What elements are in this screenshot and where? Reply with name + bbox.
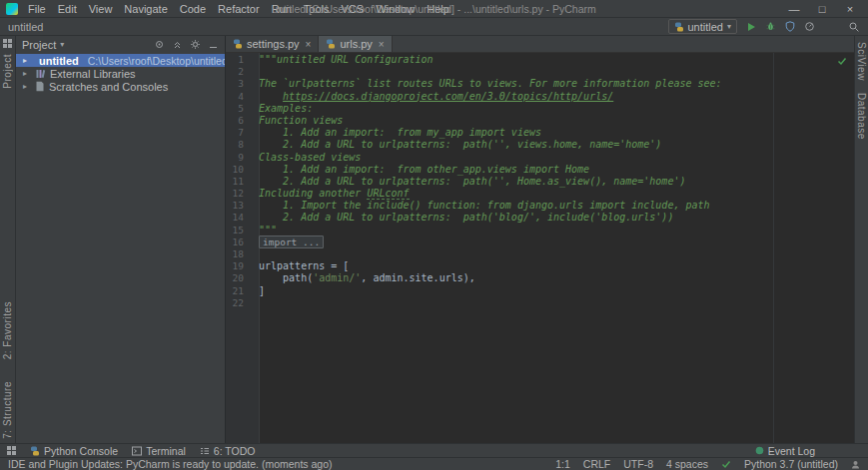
line-number[interactable]: 2 <box>226 66 252 78</box>
code-line-10[interactable]: 10 1. Add an import: from other_app.view… <box>226 164 854 176</box>
stripe-sciview[interactable]: SciView <box>856 42 867 81</box>
line-number[interactable]: 3 <box>226 78 252 90</box>
tool-todo[interactable]: 6: TODO <box>200 445 256 457</box>
code-line-16[interactable]: 16import ... <box>226 236 854 248</box>
code-text <box>252 248 259 260</box>
chevron-right-icon[interactable]: ▸ <box>23 56 31 65</box>
hide-panel-button[interactable] <box>208 39 219 50</box>
tab-settings-py[interactable]: settings.py × <box>226 36 319 52</box>
run-button[interactable] <box>746 22 756 32</box>
code-line-18[interactable]: 18 <box>226 248 854 260</box>
line-number[interactable]: 21 <box>226 285 252 297</box>
project-tree: ▸ untitled C:\Users\roof\Desktop\untitle… <box>16 53 225 93</box>
line-number[interactable]: 4 <box>226 91 252 103</box>
line-number[interactable]: 6 <box>226 115 252 127</box>
chevron-down-icon[interactable]: ▾ <box>60 40 64 49</box>
menu-file[interactable]: File <box>22 0 52 18</box>
line-number[interactable]: 18 <box>226 248 252 260</box>
code-line-4[interactable]: 4 https://docs.djangoproject.com/en/3.0/… <box>226 91 854 103</box>
left-tool-stripe: Project 2: Favorites 7: Structure <box>0 36 16 443</box>
status-message[interactable]: IDE and Plugin Updates: PyCharm is ready… <box>8 458 333 470</box>
file-encoding[interactable]: UTF-8 <box>623 458 653 470</box>
tree-item-external-libraries[interactable]: ▸ External Libraries <box>16 67 225 80</box>
line-number[interactable]: 12 <box>226 188 252 200</box>
line-number[interactable]: 10 <box>226 164 252 176</box>
event-log-button[interactable]: Event Log <box>755 445 815 457</box>
line-number[interactable]: 22 <box>226 297 252 309</box>
line-number[interactable]: 7 <box>226 127 252 139</box>
close-icon[interactable]: × <box>306 39 312 50</box>
menu-navigate[interactable]: Navigate <box>118 0 173 18</box>
chevron-right-icon[interactable]: ▸ <box>23 82 31 91</box>
line-number[interactable]: 15 <box>226 225 252 236</box>
code-line-14[interactable]: 14 2. Add a URL to urlpatterns: path('bl… <box>226 212 854 224</box>
code-line-21[interactable]: 21] <box>226 285 854 297</box>
code-line-9[interactable]: 9Class-based views <box>226 152 854 164</box>
project-tool-icon[interactable] <box>3 39 12 48</box>
code-line-19[interactable]: 19urlpatterns = [ <box>226 260 854 272</box>
python-interpreter[interactable]: Python 3.7 (untitled) <box>744 458 838 470</box>
inspection-status-icon[interactable] <box>721 459 731 469</box>
code-line-3[interactable]: 3The `urlpatterns` list routes URLs to v… <box>226 78 854 90</box>
caret-position[interactable]: 1:1 <box>555 458 570 470</box>
close-icon[interactable]: × <box>379 39 385 50</box>
line-number[interactable]: 19 <box>226 260 252 272</box>
stripe-database[interactable]: Database <box>856 93 867 140</box>
code-line-12[interactable]: 12Including another URLconf <box>226 188 854 200</box>
code-line-15[interactable]: 15""" <box>226 225 854 236</box>
stripe-project[interactable]: Project <box>2 54 13 89</box>
chevron-right-icon[interactable]: ▸ <box>23 69 31 78</box>
inspections-ok-indicator[interactable] <box>837 56 847 66</box>
line-number[interactable]: 1 <box>226 54 252 66</box>
breadcrumb[interactable]: untitled <box>8 21 43 33</box>
line-number[interactable]: 20 <box>226 272 252 284</box>
locate-file-button[interactable] <box>154 39 165 50</box>
hector-icon[interactable] <box>851 460 860 469</box>
maximize-button[interactable]: □ <box>808 0 836 18</box>
menu-edit[interactable]: Edit <box>52 0 83 18</box>
code-line-13[interactable]: 13 1. Import the include() function: fro… <box>226 200 854 212</box>
close-button[interactable]: × <box>836 0 864 18</box>
coverage-button[interactable] <box>785 21 795 32</box>
line-number[interactable]: 14 <box>226 212 252 224</box>
line-number[interactable]: 8 <box>226 139 252 151</box>
menu-code[interactable]: Code <box>174 0 212 18</box>
debug-button[interactable] <box>765 21 776 32</box>
indent-style[interactable]: 4 spaces <box>666 458 708 470</box>
tool-terminal[interactable]: Terminal <box>132 445 186 457</box>
code-line-6[interactable]: 6Function views <box>226 115 854 127</box>
left-stripe-bottom: 2: Favorites 7: Structure <box>2 295 13 439</box>
collapse-all-button[interactable] <box>172 39 183 50</box>
profiler-button[interactable] <box>804 21 815 32</box>
line-number[interactable]: 5 <box>226 103 252 115</box>
tab-urls-py[interactable]: urls.py × <box>319 36 392 52</box>
tree-item-project-root[interactable]: ▸ untitled C:\Users\roof\Desktop\untitle… <box>16 54 225 67</box>
code-line-7[interactable]: 7 1. Add an import: from my_app import v… <box>226 127 854 139</box>
minimize-button[interactable]: — <box>780 0 808 18</box>
code-line-1[interactable]: 1"""untitled URL Configuration <box>226 54 854 66</box>
search-everywhere-button[interactable] <box>848 21 860 33</box>
code-line-20[interactable]: 20 path('admin/', admin.site.urls), <box>226 272 854 284</box>
code-segment: import ... <box>259 235 324 248</box>
code-line-2[interactable]: 2 <box>226 66 854 78</box>
settings-button[interactable] <box>190 39 201 50</box>
menu-view[interactable]: View <box>83 0 119 18</box>
code-line-8[interactable]: 8 2. Add a URL to urlpatterns: path('', … <box>226 139 854 151</box>
code-line-22[interactable]: 22 <box>226 297 854 309</box>
line-number[interactable]: 16 <box>226 236 252 248</box>
run-config-selector[interactable]: untitled ▾ <box>668 19 738 34</box>
tree-item-scratches[interactable]: ▸ Scratches and Consoles <box>16 80 225 93</box>
line-number[interactable]: 9 <box>226 152 252 164</box>
tool-python-console[interactable]: Python Console <box>30 445 118 457</box>
code-line-5[interactable]: 5Examples: <box>226 103 854 115</box>
code-editor[interactable]: 1"""untitled URL Configuration23The `url… <box>226 53 854 443</box>
stripe-favorites[interactable]: 2: Favorites <box>2 301 13 359</box>
code-line-11[interactable]: 11 2. Add a URL to urlpatterns: path('',… <box>226 176 854 188</box>
line-number[interactable]: 11 <box>226 176 252 188</box>
project-panel-title[interactable]: Project <box>22 39 56 51</box>
line-separator[interactable]: CRLF <box>583 458 610 470</box>
menu-refactor[interactable]: Refactor <box>212 0 266 18</box>
line-number[interactable]: 13 <box>226 200 252 212</box>
tool-window-switcher-icon[interactable] <box>7 446 16 455</box>
stripe-structure[interactable]: 7: Structure <box>2 381 13 439</box>
